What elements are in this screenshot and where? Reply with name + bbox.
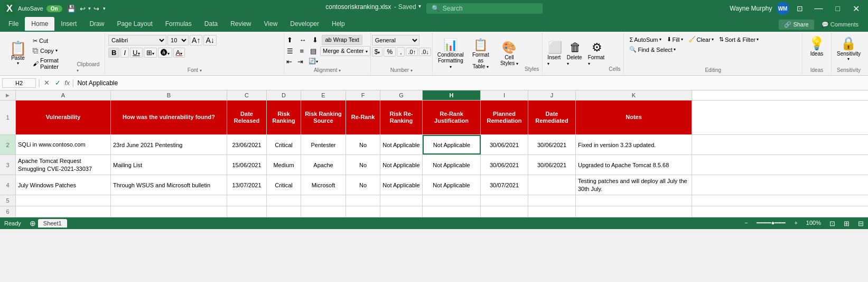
cell-g2[interactable]: Not Applicable xyxy=(380,135,423,154)
tab-file[interactable]: File xyxy=(2,17,25,32)
search-input[interactable] xyxy=(443,5,527,12)
cell-styles-button[interactable]: 🎨 Cell Styles ▾ xyxy=(496,39,522,68)
cut-button[interactable]: ✂Cut xyxy=(31,37,76,46)
cell-h3[interactable]: Not Applicable xyxy=(423,155,481,175)
cell-c4[interactable]: 13/07/2021 xyxy=(227,175,267,195)
cell-c3[interactable]: 15/06/2021 xyxy=(227,155,267,175)
page-break-view-button[interactable]: ⊟ xyxy=(858,220,864,228)
cell-h2[interactable]: Not Applicable xyxy=(423,135,481,154)
col-header-a[interactable]: A xyxy=(16,90,111,100)
cell-a2[interactable]: SQLi in www.contoso.com xyxy=(16,135,111,154)
sort-filter-button[interactable]: ⇅ Sort & Filter ▾ xyxy=(717,35,761,44)
decrease-indent-button[interactable]: ⇤ xyxy=(284,57,294,66)
zoom-in-button[interactable]: + xyxy=(794,220,797,228)
cell-c1[interactable]: Date Released xyxy=(227,101,267,134)
format-painter-button[interactable]: 🖌Format Painter xyxy=(31,56,76,71)
comments-button[interactable]: 💬 Comments xyxy=(818,20,862,30)
clear-button[interactable]: 🧹 Clear ▾ xyxy=(686,35,716,44)
bottom-align-button[interactable]: ⬇ xyxy=(310,35,321,45)
font-family-select[interactable]: Calibri xyxy=(108,35,166,46)
cell-a3[interactable]: Apache Tomcat Request Smuggling CVE-2021… xyxy=(16,155,111,175)
cell-c2[interactable]: 23/06/2021 xyxy=(227,135,267,154)
cell-g4[interactable]: Not Applicable xyxy=(380,175,423,195)
delete-button[interactable]: 🗑 Delete ▾ xyxy=(565,39,585,68)
cell-g1[interactable]: Risk Re-Ranking xyxy=(380,101,423,134)
conditional-formatting-button[interactable]: 📊 ConditionalFormatting ▾ xyxy=(436,37,465,71)
cell-j1[interactable]: Date Remediated xyxy=(528,101,576,134)
decrease-decimal-button[interactable]: .0↓ xyxy=(419,48,431,56)
tab-page-layout[interactable]: Page Layout xyxy=(110,17,158,32)
insert-button[interactable]: ⬜ Insert ▾ xyxy=(546,39,564,68)
cell-f3[interactable]: No xyxy=(346,155,380,175)
paste-dropdown[interactable]: ▾ xyxy=(17,61,19,66)
close-button[interactable]: ✕ xyxy=(848,3,864,15)
cell-j3[interactable]: 30/06/2021 xyxy=(528,155,576,175)
tab-help[interactable]: Help xyxy=(325,17,351,32)
save-qat-button[interactable]: 💾 xyxy=(66,4,77,14)
borders-button[interactable]: ⊞▾ xyxy=(144,48,157,58)
tab-view[interactable]: View xyxy=(258,17,284,32)
fill-color-button[interactable]: 🅐▾ xyxy=(158,48,172,58)
cell-a1[interactable]: Vulnerability xyxy=(16,101,111,134)
currency-button[interactable]: $▾ xyxy=(372,47,383,57)
wrap-text-button[interactable]: ab Wrap Text xyxy=(322,35,362,45)
cell-d1[interactable]: Risk Ranking xyxy=(267,101,301,134)
cell-b5[interactable] xyxy=(111,195,227,206)
cell-b6[interactable] xyxy=(111,206,227,217)
merge-center-button[interactable]: Merge & Center ▾ xyxy=(320,46,370,56)
cell-e2[interactable]: Pentester xyxy=(301,135,346,154)
tab-developer[interactable]: Developer xyxy=(284,17,325,32)
cell-b1[interactable]: How was the vulnerability found? xyxy=(111,101,227,134)
undo-dropdown[interactable]: ▾ xyxy=(88,6,91,11)
tab-insert[interactable]: Insert xyxy=(54,17,83,32)
format-button[interactable]: ⚙ Format ▾ xyxy=(586,39,608,68)
cell-f1[interactable]: Re-Rank xyxy=(346,101,380,134)
center-align-button[interactable]: ≡ xyxy=(297,46,306,56)
ribbon-display-button[interactable]: ⊡ xyxy=(794,3,806,14)
customize-qat-dropdown[interactable]: ▾ xyxy=(102,5,107,12)
col-header-f[interactable]: F xyxy=(346,90,380,100)
cell-h1[interactable]: Re-Rank Justification xyxy=(423,101,481,134)
zoom-slider[interactable]: ━━━━●━━━ xyxy=(757,220,786,228)
col-header-c[interactable]: C xyxy=(227,90,267,100)
normal-view-button[interactable]: ⊡ xyxy=(829,220,835,228)
col-header-j[interactable]: J xyxy=(528,90,576,100)
ideas-button[interactable]: 💡 Ideas xyxy=(807,34,827,67)
cell-f2[interactable]: No xyxy=(346,135,380,154)
cell-e3[interactable]: Apache xyxy=(301,155,346,175)
cell-a6[interactable] xyxy=(16,206,111,217)
tab-formulas[interactable]: Formulas xyxy=(159,17,198,32)
fill-button[interactable]: ⬇ Fill ▾ xyxy=(665,35,685,44)
italic-button[interactable]: I xyxy=(120,48,129,58)
cell-j6[interactable] xyxy=(528,206,576,217)
copy-button[interactable]: ⿻Copy▾ xyxy=(31,47,76,55)
minimize-button[interactable]: — xyxy=(810,3,827,14)
right-align-button[interactable]: ▤ xyxy=(307,46,319,56)
cell-g5[interactable] xyxy=(380,195,423,206)
format-as-table-button[interactable]: 📋 Format asTable ▾ xyxy=(468,37,494,71)
cell-f6[interactable] xyxy=(346,206,380,217)
cell-h5[interactable] xyxy=(423,195,481,206)
cell-b4[interactable]: Through WSUS and Microsoft bulletin xyxy=(111,175,227,195)
sheet-tab-sheet1[interactable]: Sheet1 xyxy=(38,219,67,228)
cell-d3[interactable]: Medium xyxy=(267,155,301,175)
comma-button[interactable]: , xyxy=(397,47,405,57)
copy-dropdown[interactable]: ▾ xyxy=(55,48,58,53)
cell-i6[interactable] xyxy=(481,206,528,217)
col-header-b[interactable]: B xyxy=(111,90,227,100)
select-all-button[interactable]: ▶ xyxy=(0,90,16,100)
cell-j4[interactable] xyxy=(528,175,576,195)
undo-button[interactable]: ↩ xyxy=(78,4,87,14)
increase-decimal-button[interactable]: .0↑ xyxy=(406,48,418,56)
tab-home[interactable]: Home xyxy=(25,17,54,32)
cell-i5[interactable] xyxy=(481,195,528,206)
cell-i4[interactable]: 30/07/2021 xyxy=(481,175,528,195)
cell-k6[interactable] xyxy=(576,206,692,217)
cell-a4[interactable]: July Windows Patches xyxy=(16,175,111,195)
user-avatar[interactable]: WM xyxy=(777,2,789,15)
increase-font-button[interactable]: A↑ xyxy=(190,35,202,46)
underline-button[interactable]: U▾ xyxy=(130,48,142,58)
col-header-g[interactable]: G xyxy=(380,90,423,100)
orientation-button[interactable]: 🔄▾ xyxy=(306,57,320,66)
top-align-button[interactable]: ⬆ xyxy=(284,35,295,45)
